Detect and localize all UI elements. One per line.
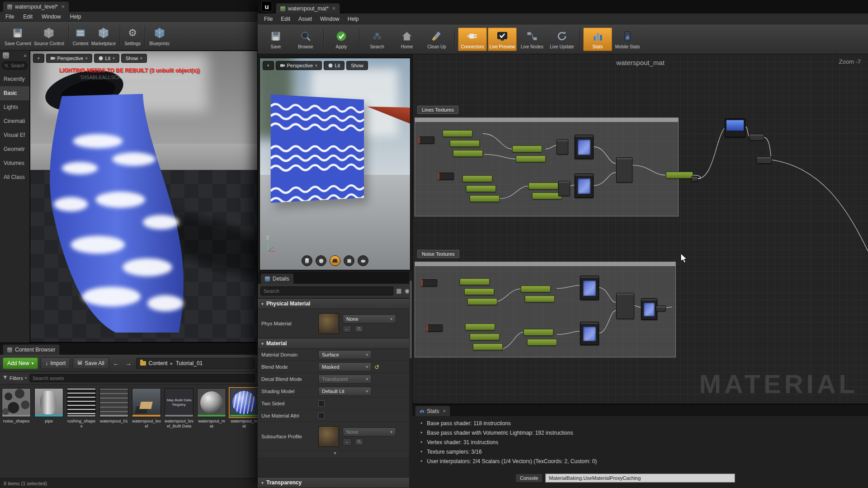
graph-node-param[interactable] [450,140,480,147]
settings-button[interactable]: ⚙ Settings [123,24,142,48]
browse-to-asset-button[interactable] [354,325,363,333]
grid-view-icon[interactable]: ▦ [396,287,401,294]
mode-lights[interactable]: Lights [0,100,29,114]
shading-model-dropdown[interactable]: Default Lit ▾ [318,387,372,396]
blend-mode-dropdown[interactable]: Masked ▾ [318,362,372,371]
graph-node-param[interactable] [525,296,555,302]
graph-node-texcoord[interactable] [421,279,437,286]
marketplace-button[interactable]: Marketplace [90,24,117,48]
menu-edit[interactable]: Edit [281,16,290,22]
save-button[interactable]: Save [261,28,290,51]
asset-pipe[interactable]: pipe [34,388,63,429]
section-physical-material[interactable]: ▾ Physical Material [258,298,412,309]
graph-node-param[interactable] [532,192,562,199]
graph-node-material-output[interactable] [725,118,745,137]
graph-node-texture-sample[interactable] [641,298,657,320]
asset-waterspout-01[interactable]: waterspout_01 [99,388,128,429]
menu-file[interactable]: File [264,16,273,22]
stats-button[interactable]: Stats [583,28,612,51]
expand-panel-icon[interactable]: » [24,52,27,59]
material-preview-viewport[interactable]: ▾ Perspective ▾ Lit Show [259,58,410,270]
browse-button[interactable]: Browse [291,28,320,51]
console-button[interactable]: Console [515,474,542,483]
menu-file[interactable]: File [5,14,14,20]
mode-geometry[interactable]: Geometr [0,142,29,156]
close-icon[interactable]: × [443,409,446,413]
graph-node-param[interactable] [516,155,546,162]
live-preview-button[interactable]: Live Preview [488,28,517,51]
modes-place-icon[interactable] [3,52,9,59]
graph-node-param[interactable] [666,172,693,178]
mode-recently[interactable]: Recently [0,72,29,86]
search-button[interactable]: Search [363,28,392,51]
source-control-button[interactable]: Source Control [33,24,65,48]
details-scrollbar[interactable] [409,272,412,488]
graph-node-param[interactable] [464,288,494,295]
graph-node-param[interactable] [466,185,496,192]
asset-waterspout-level[interactable]: waterspout_level [132,388,161,429]
console-input[interactable] [545,474,735,483]
level-viewport[interactable]: ▾ Perspective ▾ Lit ▾ Show ▾ LIGHTING NE… [30,51,258,343]
asset-thumbnail[interactable] [99,388,128,417]
use-material-attributes-checkbox[interactable] [318,413,325,419]
reset-to-default-icon[interactable]: ↺ [374,364,379,371]
save-all-button[interactable]: Save All [73,357,108,369]
section-material[interactable]: ▾ Material [258,338,412,349]
live-nodes-button[interactable]: Live Nodes [518,28,547,51]
preview-lit-button[interactable]: Lit [324,61,345,70]
menu-edit[interactable]: Edit [23,14,33,20]
graph-node-param[interactable] [443,130,472,137]
preview-options-button[interactable]: ▾ [263,61,274,70]
asset-thumbnail[interactable] [197,388,226,417]
preview-cube-button[interactable] [344,255,354,266]
two-sided-checkbox[interactable] [318,400,325,407]
graph-node-param[interactable] [470,195,500,202]
preview-plane-button[interactable] [330,255,340,266]
graph-node-texture-sample[interactable] [580,276,599,300]
graph-comment-label[interactable]: Lines Textures [417,106,458,114]
graph-node-op[interactable] [557,139,568,155]
asset-thumbnail[interactable]: Map Build Data Registry [165,388,193,417]
asset-thumbnail[interactable] [34,388,63,417]
tab-waterspout-mat[interactable]: waterspout_mat* × [276,3,340,14]
details-expand-button[interactable]: ▼ [258,451,412,457]
close-icon[interactable]: × [61,5,65,9]
graph-node-op[interactable] [691,176,698,182]
details-search-input[interactable] [260,286,393,296]
modes-search[interactable] [2,61,28,70]
mode-volumes[interactable]: Volumes [0,156,29,170]
live-update-button[interactable]: Live Update [547,28,576,51]
connectors-button[interactable]: Connectors [458,28,487,51]
tab-details[interactable]: Details [260,273,294,284]
forward-button[interactable]: → [124,359,133,367]
add-new-button[interactable]: Add New ▾ [3,357,38,369]
menu-window[interactable]: Window [320,16,340,22]
graph-node-param[interactable] [465,324,495,330]
graph-node-param[interactable] [470,333,500,340]
graph-canvas[interactable]: Lines TexturesNoise Textures [413,54,868,404]
preview-show-button[interactable]: Show [346,61,368,70]
back-button[interactable]: ← [112,359,121,367]
graph-node-op[interactable] [616,293,634,319]
asset-thumbnail[interactable] [230,388,258,417]
mode-cinematic[interactable]: Cinemati [0,114,29,128]
material-editor-titlebar[interactable]: u waterspout_mat* × [258,0,868,14]
import-button[interactable]: ↓ Import [41,357,70,369]
decal-blend-mode-dropdown[interactable]: Translucent ▾ [318,375,372,384]
material-domain-dropdown[interactable]: Surface ▾ [318,350,372,359]
graph-node-op[interactable] [558,181,570,196]
phys-material-thumbnail[interactable] [318,313,339,334]
home-button[interactable]: Home [392,28,421,51]
use-selected-asset-button[interactable]: ← [343,325,352,333]
asset-thumbnail[interactable] [67,388,96,417]
preview-cylinder-button[interactable] [302,255,312,266]
menu-help[interactable]: Help [348,16,359,22]
menu-asset[interactable]: Asset [298,16,312,22]
asset-search-input[interactable] [29,374,255,382]
graph-node-param[interactable] [512,145,542,152]
tab-stats[interactable]: Stats × [415,406,450,416]
graph-node-texture-sample[interactable] [575,174,594,198]
close-icon[interactable]: × [332,6,335,11]
graph-node-param[interactable] [453,150,483,157]
graph-node-param[interactable] [460,278,490,285]
